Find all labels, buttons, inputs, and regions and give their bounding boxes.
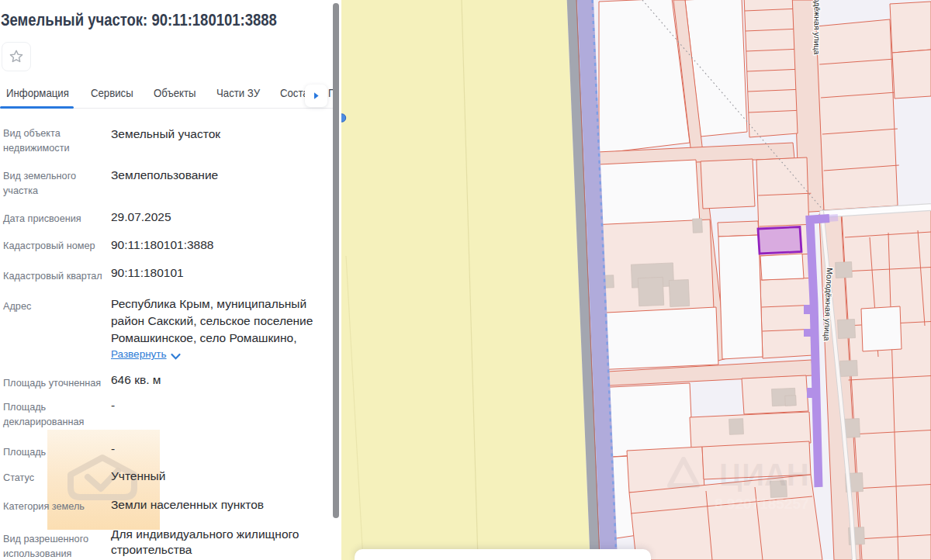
svg-text:Молодёжная улица: Молодёжная улица	[812, 0, 822, 55]
svg-text:ЦИАН: ЦИАН	[719, 458, 809, 492]
svg-text:8 9207185257: 8 9207185257	[715, 496, 809, 512]
